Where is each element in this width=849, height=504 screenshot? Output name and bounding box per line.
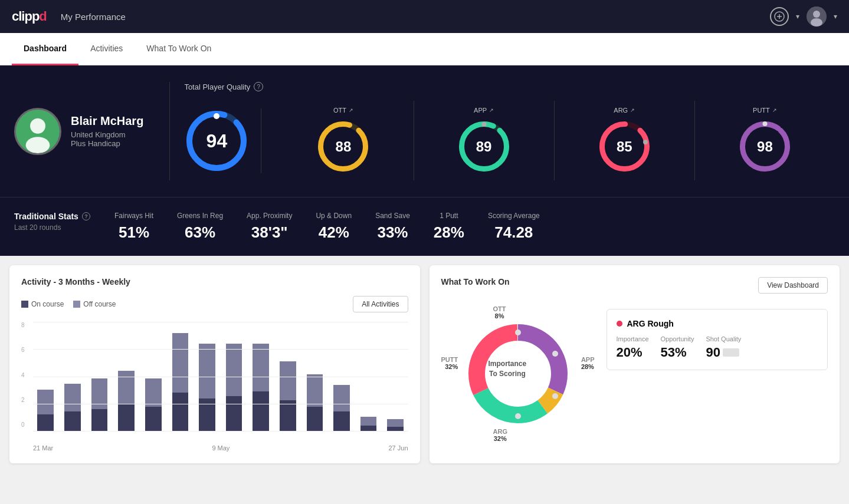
tab-activities[interactable]: Activities (78, 33, 135, 65)
wtw-header: What To Work On View Dashboard (441, 277, 828, 294)
view-dashboard-button[interactable]: View Dashboard (758, 277, 828, 294)
arg-arrow-icon: ↗ (630, 107, 635, 113)
bar-14 (383, 322, 408, 431)
bar-1 (33, 322, 58, 431)
x-label-may: 9 May (212, 444, 230, 452)
logo: clippd (12, 9, 47, 24)
y-label-4: 4 (21, 372, 32, 378)
info-card-wrapper: ARG Rough Importance 20% Opportunity 53%… (607, 303, 828, 444)
stat-updown: Up & Down 42% (316, 212, 352, 242)
y-label-2: 2 (21, 397, 32, 403)
app-segment-label: APP 28% (581, 356, 595, 370)
bar-8 (221, 322, 247, 431)
stat-oneputt: 1 Putt 28% (434, 212, 464, 242)
tab-dashboard[interactable]: Dashboard (12, 33, 78, 65)
app-label: APP ↗ (474, 107, 494, 114)
svg-point-5 (811, 18, 822, 27)
dot-indicator (617, 321, 622, 327)
nav-left: clippd My Performance (12, 9, 126, 24)
help-icon[interactable]: ? (254, 82, 263, 91)
svg-point-19 (643, 140, 648, 144)
chevron-down-icon: ▾ (796, 12, 799, 21)
ott-ring-item: OTT ↗ 88 (273, 101, 414, 180)
svg-point-29 (552, 351, 558, 357)
svg-point-11 (214, 113, 219, 119)
arg-segment-label: ARG 32% (493, 428, 507, 442)
player-section: Blair McHarg United Kingdom Plus Handica… (14, 108, 155, 155)
tpq-ring: 94 (184, 108, 261, 173)
chart-title: Activity - 3 Months - Weekly (21, 277, 130, 286)
svg-point-16 (481, 122, 486, 127)
wtw-content: Importance To Scoring OTT 8% APP 28% ARG… (441, 303, 828, 444)
bar-chart: 8 6 4 2 0 (21, 322, 408, 452)
bar-12 (329, 322, 355, 431)
svg-point-4 (813, 11, 820, 18)
bar-13 (356, 322, 381, 431)
y-label-8: 8 (21, 322, 32, 328)
tpq-section: Total Player Quality ? 94 (169, 82, 835, 180)
stat-fairways: Fairways Hit 51% (114, 212, 153, 242)
bar-2 (60, 322, 86, 431)
nav-right: ▾ ▾ (770, 6, 837, 27)
tpq-label: Total Player Quality ? (184, 82, 835, 91)
tab-bar: Dashboard Activities What To Work On (0, 33, 849, 65)
score-rings-container: 94 OTT ↗ (184, 101, 835, 180)
player-avatar (14, 108, 61, 155)
y-label-0: 0 (21, 421, 32, 428)
category-rings: OTT ↗ 88 (273, 101, 835, 180)
arg-label: ARG ↗ (614, 107, 635, 114)
ott-arrow-icon: ↗ (349, 107, 353, 113)
player-handicap: Plus Handicap (71, 139, 143, 148)
bottom-panels: Activity - 3 Months - Weekly On course O… (0, 256, 849, 473)
tab-what-to-work-on[interactable]: What To Work On (135, 33, 223, 65)
bar-11 (302, 322, 327, 431)
arg-score: 85 (617, 139, 632, 155)
x-axis: 21 Mar 9 May 27 Jun (33, 444, 408, 452)
wtw-title: What To Work On (441, 277, 510, 286)
x-label-mar: 21 Mar (33, 444, 53, 452)
stats-subtitle: Last 20 rounds (14, 223, 91, 232)
putt-score: 98 (757, 139, 773, 155)
add-button[interactable] (770, 7, 789, 26)
bars-container (33, 322, 408, 431)
svg-point-7 (30, 118, 45, 133)
activity-chart-panel: Activity - 3 Months - Weekly On course O… (9, 265, 420, 463)
page-title: My Performance (61, 12, 126, 22)
legend-offcourse: Off course (73, 300, 116, 308)
putt-segment-label: PUTT 32% (441, 356, 458, 370)
oncourse-dot (21, 301, 28, 308)
bar-9 (248, 322, 274, 431)
shot-quality-badge (723, 348, 739, 357)
y-axis: 8 6 4 2 0 (21, 322, 32, 428)
traditional-stats-bar: Traditional Stats ? Last 20 rounds Fairw… (0, 197, 849, 256)
what-to-work-on-panel: What To Work On View Dashboard (430, 265, 840, 463)
app-score: 89 (476, 139, 492, 155)
putt-arrow-icon: ↗ (772, 107, 777, 113)
chart-legend: On course Off course All Activities (21, 296, 408, 312)
putt-label: PUTT ↗ (753, 107, 777, 114)
metric-shot-quality: Shot Quality 90 (706, 335, 741, 360)
ott-label: OTT ↗ (333, 107, 353, 114)
offcourse-dot (73, 301, 80, 308)
x-label-jun: 27 Jun (388, 444, 408, 452)
all-activities-button[interactable]: All Activities (353, 296, 408, 312)
bar-4 (114, 322, 139, 431)
donut-chart: Importance To Scoring OTT 8% APP 28% ARG… (441, 303, 595, 444)
metric-opportunity: Opportunity 53% (661, 335, 694, 360)
metric-importance: Importance 20% (617, 335, 649, 360)
arg-rough-card: ARG Rough Importance 20% Opportunity 53%… (607, 309, 828, 370)
tpq-score: 94 (206, 130, 228, 151)
avatar[interactable] (807, 6, 827, 27)
y-label-6: 6 (21, 347, 32, 353)
app-ring-item: APP ↗ 89 (414, 101, 555, 180)
stats-help-icon[interactable]: ? (82, 212, 90, 220)
avatar-chevron-icon: ▾ (834, 12, 837, 21)
svg-point-22 (762, 121, 767, 126)
stats-label-section: Traditional Stats ? Last 20 rounds (14, 212, 91, 232)
ott-score: 88 (336, 139, 352, 155)
stats-title: Traditional Stats ? (14, 212, 91, 221)
svg-point-8 (26, 137, 50, 153)
top-navigation: clippd My Performance ▾ ▾ (0, 0, 849, 33)
player-country: United Kingdom (71, 130, 143, 139)
player-info: Blair McHarg United Kingdom Plus Handica… (71, 114, 143, 148)
